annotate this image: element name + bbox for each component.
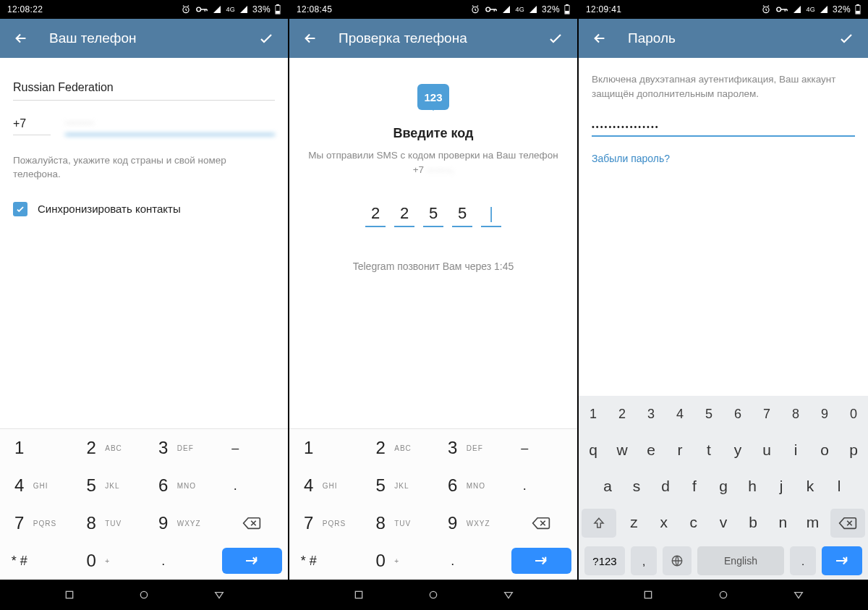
qwerty-key[interactable]: n xyxy=(768,504,798,541)
qwerty-key[interactable]: t xyxy=(694,432,723,468)
shift-key[interactable] xyxy=(582,509,616,538)
qwerty-key[interactable]: d xyxy=(651,468,680,504)
qwerty-key[interactable]: v xyxy=(708,504,738,541)
forgot-password-link[interactable]: Забыли пароль? xyxy=(592,153,855,164)
qwerty-key[interactable]: o xyxy=(810,432,839,468)
dialer-key[interactable]: 7PQRS xyxy=(289,504,362,542)
qwerty-key[interactable]: 9 xyxy=(810,396,839,432)
dialer-key[interactable]: 8TUV xyxy=(362,504,434,542)
back-button[interactable] xyxy=(302,30,318,46)
qwerty-key[interactable]: u xyxy=(752,432,781,468)
qwerty-key[interactable]: 7 xyxy=(752,396,781,432)
qwerty-key[interactable]: j xyxy=(767,468,796,504)
qwerty-key[interactable]: k xyxy=(796,468,825,504)
nav-back-icon[interactable] xyxy=(64,589,75,601)
country-code-input[interactable]: +7 xyxy=(13,117,51,135)
nav-recent-icon[interactable] xyxy=(503,589,514,601)
code-digit[interactable]: 2 xyxy=(365,204,386,227)
dialer-key[interactable]: 1 xyxy=(0,429,72,467)
nav-back-icon[interactable] xyxy=(353,589,365,601)
qwerty-key[interactable]: y xyxy=(723,432,752,468)
dialer-key[interactable]: 9WXYZ xyxy=(433,504,506,542)
qwerty-key[interactable]: f xyxy=(680,468,709,504)
qwerty-key[interactable]: g xyxy=(709,468,738,504)
dialer-key[interactable]: – xyxy=(506,429,578,467)
qwerty-key[interactable]: z xyxy=(619,504,649,541)
dialer-key[interactable]: 9WXYZ xyxy=(144,504,216,542)
confirm-button[interactable] xyxy=(838,30,855,47)
qwerty-key[interactable]: r xyxy=(665,432,694,468)
dialer-key[interactable]: – xyxy=(216,429,289,467)
qwerty-key[interactable]: 6 xyxy=(723,396,752,432)
code-digit[interactable]: 5 xyxy=(452,204,472,227)
nav-recent-icon[interactable] xyxy=(793,589,804,601)
qwerty-key[interactable]: 5 xyxy=(694,396,723,432)
backspace-key[interactable] xyxy=(506,504,578,542)
qwerty-key[interactable]: 2 xyxy=(608,396,637,432)
code-digit[interactable]: 2 xyxy=(394,204,414,227)
backspace-key[interactable] xyxy=(216,504,289,542)
dialer-key[interactable]: 7PQRS xyxy=(0,504,72,542)
code-digit[interactable]: 5 xyxy=(423,204,443,227)
nav-home-icon[interactable] xyxy=(138,589,150,601)
dialer-key[interactable]: 5JKL xyxy=(72,467,145,504)
dialer-key[interactable]: 4GHI xyxy=(289,467,362,504)
nav-home-icon[interactable] xyxy=(718,589,729,601)
dialer-key[interactable]: * # xyxy=(289,542,362,580)
confirm-button[interactable] xyxy=(258,30,275,47)
qwerty-key[interactable]: a xyxy=(593,468,622,504)
dialer-key[interactable]: . xyxy=(144,542,216,580)
back-button[interactable] xyxy=(592,30,608,46)
dialer-key[interactable]: * # xyxy=(0,542,72,580)
dialer-key[interactable]: . xyxy=(216,467,289,504)
enter-key[interactable] xyxy=(222,548,283,574)
dialer-key[interactable]: . xyxy=(433,542,506,580)
dialer-key[interactable]: 6MNO xyxy=(433,467,506,504)
qwerty-key[interactable]: i xyxy=(781,432,810,468)
dialer-key[interactable]: 8TUV xyxy=(72,504,145,542)
language-key[interactable] xyxy=(663,546,692,575)
nav-back-icon[interactable] xyxy=(642,589,654,601)
dialer-key[interactable]: 1 xyxy=(289,429,362,467)
qwerty-key[interactable]: p xyxy=(839,432,868,468)
space-key[interactable]: English xyxy=(697,546,784,575)
qwerty-key[interactable]: l xyxy=(825,468,854,504)
dialer-key[interactable]: . xyxy=(506,467,578,504)
code-digit[interactable] xyxy=(481,204,501,227)
phone-number-input[interactable]: ········· xyxy=(65,117,275,135)
qwerty-key[interactable]: 3 xyxy=(637,396,665,432)
qwerty-key[interactable]: c xyxy=(678,504,708,541)
qwerty-key[interactable]: w xyxy=(608,432,637,468)
qwerty-key[interactable]: m xyxy=(798,504,827,541)
qwerty-key[interactable]: s xyxy=(622,468,651,504)
dialer-key[interactable]: 0+ xyxy=(72,542,145,580)
nav-home-icon[interactable] xyxy=(427,589,439,601)
password-input[interactable]: •••••••••••••••• xyxy=(592,122,855,137)
qwerty-key[interactable]: b xyxy=(739,504,768,541)
checkbox-checked[interactable] xyxy=(13,202,27,216)
enter-key[interactable] xyxy=(511,548,572,574)
dialer-key[interactable]: 5JKL xyxy=(362,467,434,504)
dialer-key[interactable]: 6MNO xyxy=(144,467,216,504)
qwerty-key[interactable]: x xyxy=(649,504,678,541)
period-key[interactable]: . xyxy=(790,546,816,575)
dialer-key[interactable]: 2ABC xyxy=(362,429,434,467)
dialer-key[interactable]: 3DEF xyxy=(144,429,216,467)
dialer-key[interactable]: 4GHI xyxy=(0,467,72,504)
symbols-key[interactable]: ?123 xyxy=(584,546,625,575)
back-button[interactable] xyxy=(13,30,29,46)
comma-key[interactable]: , xyxy=(631,546,657,575)
dialer-key[interactable]: 0+ xyxy=(362,542,434,580)
qwerty-key[interactable]: e xyxy=(637,432,665,468)
qwerty-key[interactable]: q xyxy=(579,432,608,468)
sync-contacts-option[interactable]: Синхронизировать контакты xyxy=(13,202,275,216)
qwerty-key[interactable]: 0 xyxy=(839,396,868,432)
country-selector[interactable]: Russian Federation xyxy=(13,71,275,101)
dialer-key[interactable]: 3DEF xyxy=(433,429,506,467)
dialer-key[interactable]: 2ABC xyxy=(72,429,145,467)
code-input[interactable]: 2 2 5 5 xyxy=(302,204,564,227)
nav-recent-icon[interactable] xyxy=(213,589,225,601)
qwerty-key[interactable]: 1 xyxy=(579,396,608,432)
qwerty-key[interactable]: h xyxy=(738,468,767,504)
confirm-button[interactable] xyxy=(547,30,564,47)
